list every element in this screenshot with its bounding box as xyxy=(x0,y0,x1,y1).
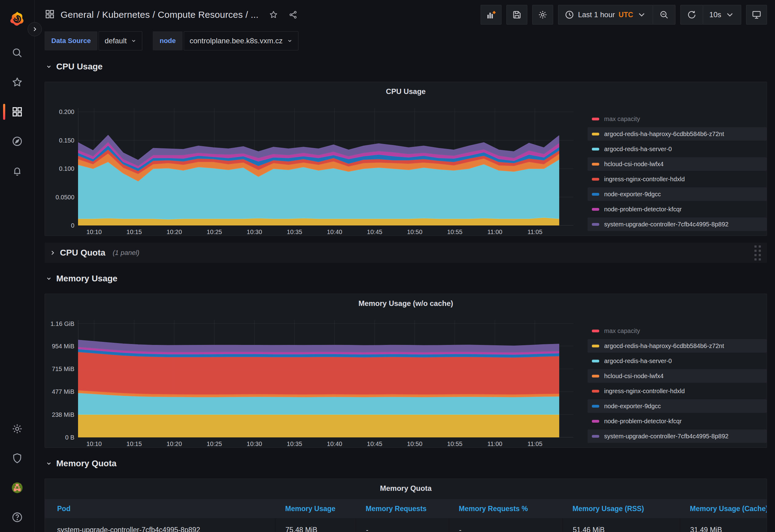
legend-item[interactable]: max capacity xyxy=(588,112,767,126)
chevron-down-icon xyxy=(46,276,52,282)
legend-swatch-icon xyxy=(592,178,599,181)
section-memory-usage[interactable]: Memory Usage xyxy=(46,272,767,286)
avatar[interactable] xyxy=(0,473,35,503)
section-title: CPU Usage xyxy=(56,62,103,72)
legend-label: argocd-redis-ha-haproxy-6cdbb584b6-z72nt xyxy=(604,342,724,350)
y-axis-tick: 0.0500 xyxy=(56,194,74,201)
section-cpu-quota[interactable]: CPU Quota (1 panel) xyxy=(45,243,767,263)
legend-item[interactable]: system-upgrade-controller-7cfb4c4995-8p8… xyxy=(588,217,767,231)
legend-item[interactable]: node-problem-detector-kfcqr xyxy=(588,414,767,428)
stacked-area-plot[interactable] xyxy=(78,320,574,437)
legend-label: system-upgrade-controller-7cfb4c4995-8p8… xyxy=(604,221,729,228)
star-icon[interactable] xyxy=(0,68,35,97)
zoom-out-button[interactable] xyxy=(653,5,675,25)
datasource-dropdown[interactable]: default xyxy=(99,31,142,50)
legend-label: max capacity xyxy=(604,327,640,334)
x-axis-tick: 10:10 xyxy=(86,440,102,448)
refresh-interval-dropdown[interactable]: 10s xyxy=(703,5,741,25)
legend-swatch-icon xyxy=(592,118,599,120)
datasource-value: default xyxy=(104,37,127,45)
column-header[interactable]: Pod xyxy=(45,499,275,518)
node-dropdown[interactable]: controlplane.bee.k8s.vxm.cz xyxy=(184,31,298,50)
cpu-usage-panel: CPU Usage 00.05000.1000.1500.200 10:1010… xyxy=(45,82,767,236)
section-cpu-usage[interactable]: CPU Usage xyxy=(46,60,767,74)
y-axis: 00.05000.1000.1500.200 xyxy=(47,108,78,225)
breadcrumb-rest[interactable]: / Kubernetes / Compute Resources / ... xyxy=(97,10,258,20)
gear-icon[interactable] xyxy=(0,414,35,444)
legend-swatch-icon xyxy=(592,360,599,362)
compass-icon[interactable] xyxy=(0,127,35,156)
legend-item[interactable]: hcloud-csi-node-lwfx4 xyxy=(588,157,767,171)
panel-title[interactable]: Memory Usage (w/o cache) xyxy=(45,299,767,308)
legend-item[interactable]: node-problem-detector-kfcqr xyxy=(588,202,767,216)
shield-icon[interactable] xyxy=(0,444,35,473)
x-axis-tick: 10:45 xyxy=(367,229,382,236)
legend-item[interactable]: hcloud-csi-node-lwfx4 xyxy=(588,369,767,383)
share-icon[interactable] xyxy=(288,10,298,19)
refresh-button[interactable] xyxy=(680,5,703,25)
legend-swatch-icon xyxy=(592,330,599,332)
column-header[interactable]: Memory Requests % xyxy=(449,499,563,518)
legend-label: node-problem-detector-kfcqr xyxy=(604,418,682,425)
legend-item[interactable]: max capacity xyxy=(588,324,767,338)
breadcrumb-root[interactable]: General xyxy=(61,10,94,20)
column-header[interactable]: Memory Usage (Cache) xyxy=(680,499,767,518)
legend-item[interactable]: ingress-nginx-controller-hdxld xyxy=(588,384,767,398)
legend-swatch-icon xyxy=(592,435,599,438)
y-axis-tick: 715 MiB xyxy=(52,365,74,373)
section-title: CPU Quota xyxy=(60,248,105,258)
column-header[interactable]: Memory Usage xyxy=(275,499,356,518)
legend-item[interactable]: system-upgrade-controller-7cfb4c4995-8p8… xyxy=(588,429,767,443)
legend-swatch-icon xyxy=(592,208,599,211)
favorite-star-icon[interactable] xyxy=(269,10,278,19)
legend-item[interactable]: argocd-redis-ha-server-0 xyxy=(588,142,767,156)
help-icon[interactable] xyxy=(0,503,35,532)
dashboards-icon[interactable] xyxy=(0,97,35,127)
breadcrumb[interactable]: General/ Kubernetes / Compute Resources … xyxy=(61,10,258,20)
legend-item[interactable]: ingress-nginx-controller-hdxld xyxy=(588,172,767,186)
stacked-area-plot[interactable] xyxy=(78,108,574,225)
y-axis-tick: 238 MiB xyxy=(52,411,74,418)
table-row: system-upgrade-controller-7cfb4c4995-8p8… xyxy=(45,518,767,532)
save-dashboard-button[interactable] xyxy=(507,5,527,25)
x-axis-tick: 10:40 xyxy=(327,229,342,236)
panel-title[interactable]: Memory Quota xyxy=(45,484,767,493)
chart-body: 0 B238 MiB477 MiB715 MiB954 MiB1.16 GiB … xyxy=(45,320,767,450)
panel-title[interactable]: CPU Usage xyxy=(45,87,767,96)
refresh-interval-label: 10s xyxy=(709,10,721,19)
cycle-view-mode-button[interactable] xyxy=(746,5,767,25)
toolbar: Last 1 hour UTC 10s xyxy=(481,5,767,25)
legend-label: ingress-nginx-controller-hdxld xyxy=(604,388,685,395)
drag-handle[interactable] xyxy=(754,245,761,260)
stacked-area-svg xyxy=(78,108,574,225)
y-axis-tick: 0.100 xyxy=(59,165,74,172)
time-range-picker[interactable]: Last 1 hour UTC xyxy=(558,5,653,25)
plot-wrap: 10:1010:1510:2010:2510:3010:3510:4010:45… xyxy=(78,320,574,450)
x-axis-tick: 11:00 xyxy=(487,229,503,236)
sidebar-expand-button[interactable] xyxy=(28,22,42,36)
legend-item[interactable]: argocd-redis-ha-haproxy-6cdbb584b6-z72nt xyxy=(588,127,767,141)
legend-item[interactable]: argocd-redis-ha-haproxy-6cdbb584b6-z72nt xyxy=(588,339,767,353)
table-body: system-upgrade-controller-7cfb4c4995-8p8… xyxy=(45,518,767,532)
bell-icon[interactable] xyxy=(0,156,35,186)
datasource-variable: Data Source default xyxy=(45,31,142,50)
add-panel-button[interactable] xyxy=(481,5,502,25)
sidebar xyxy=(0,0,35,532)
memory-quota-table: PodMemory UsageMemory RequestsMemory Req… xyxy=(45,499,767,532)
x-axis-tick: 10:40 xyxy=(327,440,342,448)
x-axis-tick: 11:05 xyxy=(527,229,542,236)
column-header[interactable]: Memory Requests xyxy=(356,499,449,518)
dashboard-settings-button[interactable] xyxy=(532,5,553,25)
section-memory-quota[interactable]: Memory Quota xyxy=(46,456,767,471)
legend-item[interactable]: argocd-redis-ha-server-0 xyxy=(588,354,767,368)
variables-row: Data Source default node controlplane.be… xyxy=(45,31,767,51)
legend-item[interactable]: node-exporter-9dgcc xyxy=(588,187,767,201)
legend-item[interactable]: node-exporter-9dgcc xyxy=(588,399,767,413)
x-axis-tick: 10:20 xyxy=(166,229,182,236)
x-axis-tick: 10:15 xyxy=(127,440,142,448)
y-axis-tick: 0 B xyxy=(65,434,74,441)
search-icon[interactable] xyxy=(0,38,35,68)
series-system-upgrade-controller-7cfb4c4995-8p892 xyxy=(78,340,559,352)
column-header[interactable]: Memory Usage (RSS) xyxy=(563,499,680,518)
y-axis: 0 B238 MiB477 MiB715 MiB954 MiB1.16 GiB xyxy=(47,320,78,437)
